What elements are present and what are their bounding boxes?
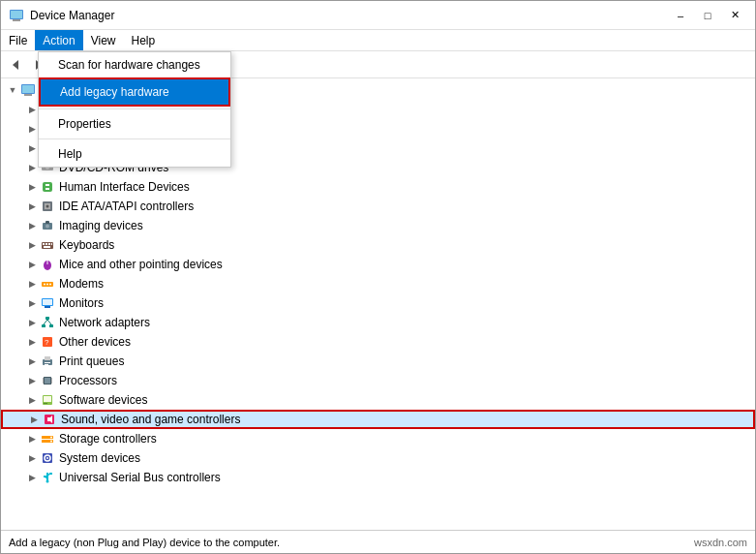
item-label: Storage controllers (59, 432, 755, 446)
svg-rect-26 (45, 188, 49, 190)
list-item[interactable]: ▶ Storage controllers (1, 429, 755, 448)
root-icon (20, 82, 36, 98)
status-text: Add a legacy (non Plug and Play) device … (9, 537, 280, 548)
item-label: Keyboards (59, 238, 755, 252)
svg-rect-58 (45, 364, 48, 365)
root-expander: ▼ (5, 82, 20, 98)
svg-rect-46 (43, 299, 52, 305)
item-label: Human Interface Devices (59, 180, 755, 194)
list-item[interactable]: ▶ Human Interface Devices (1, 177, 755, 197)
storage-icon (40, 431, 55, 446)
svg-rect-49 (42, 324, 45, 327)
expander: ▶ (24, 295, 40, 311)
svg-point-42 (44, 284, 45, 286)
list-item[interactable]: ▶ Imaging devices (1, 216, 755, 235)
svg-rect-57 (45, 362, 50, 363)
action-add-legacy[interactable]: Add legacy hardware (39, 77, 230, 107)
action-properties[interactable]: Properties (39, 111, 230, 137)
other-icon: ? (40, 334, 55, 350)
list-item[interactable]: ▶ Print queues (1, 352, 755, 371)
cpu-icon (40, 373, 55, 388)
svg-rect-2 (11, 11, 22, 18)
list-item[interactable]: ▶ Software devices (1, 390, 755, 410)
svg-rect-56 (45, 356, 50, 360)
svg-rect-14 (24, 94, 32, 96)
computer-tree-icon (20, 82, 36, 98)
expander: ▶ (24, 450, 40, 466)
title-left: Device Manager (9, 8, 114, 23)
svg-rect-15 (22, 85, 34, 93)
svg-rect-38 (44, 246, 50, 248)
window-icon (9, 8, 24, 23)
dropdown-divider-1 (39, 108, 230, 109)
expander: ▶ (24, 237, 40, 253)
list-item[interactable]: ▶ Mice and other pointing devices (1, 255, 755, 274)
list-item[interactable]: ▶ Network adapters (1, 313, 755, 332)
list-item[interactable]: ▶ System devices (1, 448, 755, 468)
expander: ▶ (24, 179, 40, 195)
minimize-button[interactable]: – (668, 6, 693, 25)
svg-point-32 (45, 225, 49, 229)
item-label: System devices (59, 451, 755, 465)
maximize-button[interactable]: □ (695, 6, 720, 25)
expander: ▶ (26, 412, 42, 427)
item-label: Software devices (59, 393, 755, 407)
svg-rect-35 (45, 243, 47, 245)
imaging-icon (40, 218, 55, 233)
expander: ▶ (24, 199, 40, 214)
status-right: wsxdn.com (694, 537, 747, 548)
software-icon (40, 392, 55, 408)
svg-point-82 (46, 480, 49, 483)
svg-point-74 (50, 437, 52, 439)
sound-icon (42, 412, 57, 427)
list-item[interactable]: ▶ Modems (1, 274, 755, 293)
close-button[interactable]: ✕ (722, 6, 747, 25)
svg-rect-69 (44, 403, 47, 404)
svg-rect-83 (49, 473, 52, 475)
expander: ▶ (24, 470, 40, 485)
list-item[interactable]: ▶ Monitors (1, 293, 755, 313)
list-item[interactable]: ▶ Sound, video and game controllers (1, 410, 755, 429)
svg-point-78 (46, 457, 48, 459)
status-bar: Add a legacy (non Plug and Play) device … (1, 530, 755, 553)
menu-view[interactable]: View (83, 30, 124, 50)
svg-rect-24 (43, 182, 52, 192)
action-dropdown: Scan for hardware changes Add legacy har… (38, 51, 231, 168)
device-manager-window: Device Manager – □ ✕ File Action View He… (0, 0, 756, 554)
expander: ▶ (24, 354, 40, 369)
svg-line-52 (47, 320, 51, 324)
item-label: Mice and other pointing devices (59, 258, 755, 271)
window-title: Device Manager (30, 9, 114, 22)
item-label: Other devices (59, 335, 755, 349)
menu-file[interactable]: File (1, 30, 35, 50)
network-icon (40, 315, 55, 330)
svg-rect-47 (45, 306, 50, 308)
svg-rect-50 (49, 324, 53, 327)
expander: ▶ (24, 276, 40, 292)
svg-rect-34 (43, 243, 45, 245)
list-item[interactable]: ▶ Processors (1, 371, 755, 390)
list-item[interactable]: ▶ IDE ATA/ATAPI controllers (1, 197, 755, 216)
modem-icon (40, 276, 55, 292)
menu-action[interactable]: Action (35, 30, 82, 50)
list-item[interactable]: ▶ ? Other devices (1, 332, 755, 352)
toolbar-back[interactable] (5, 54, 26, 76)
list-item[interactable]: ▶ Keyboards (1, 235, 755, 255)
menu-bar: File Action View Help Scan for hardware … (1, 30, 755, 51)
title-controls: – □ ✕ (668, 6, 747, 25)
expander: ▶ (24, 218, 40, 233)
action-scan[interactable]: Scan for hardware changes (39, 52, 230, 77)
list-item[interactable]: ▶ Universal Serial Bus controllers (1, 468, 755, 487)
menu-help[interactable]: Help (124, 30, 164, 50)
expander: ▶ (24, 334, 40, 350)
action-help[interactable]: Help (39, 141, 230, 167)
svg-rect-25 (45, 184, 49, 186)
svg-rect-60 (45, 378, 50, 384)
expander: ▶ (24, 373, 40, 388)
back-icon (9, 58, 22, 72)
sound-video-label: Sound, video and game controllers (61, 413, 753, 426)
usb-icon (40, 470, 55, 485)
svg-rect-36 (48, 243, 50, 245)
svg-rect-37 (51, 243, 52, 245)
item-label: Processors (59, 374, 755, 387)
